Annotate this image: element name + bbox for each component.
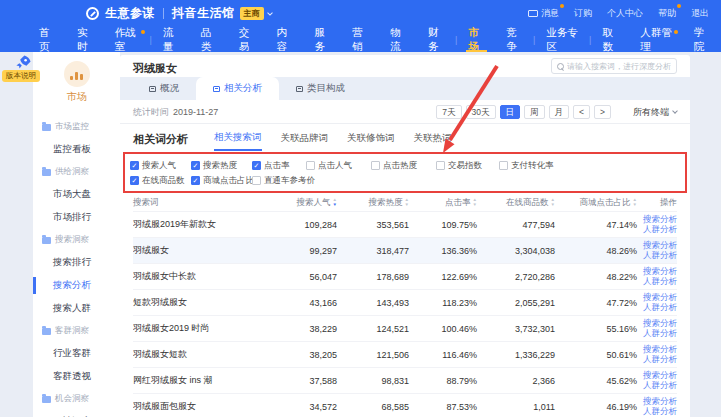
range-30d-button[interactable]: 30天	[466, 105, 496, 120]
col-header-online-products[interactable]: 在线商品数▲▼	[477, 197, 555, 209]
metric-click-heat[interactable]: 点击热度	[371, 160, 436, 172]
metric-search-popularity[interactable]: ✓搜索人气	[130, 160, 191, 172]
nav-item-marketing[interactable]: 营销	[341, 27, 379, 52]
range-week-button[interactable]: 周	[524, 105, 545, 120]
col-header-search-heat[interactable]: 搜索热度▲▼	[337, 197, 409, 209]
table-row[interactable]: 羽绒服女短款 38,205 121,506 116.46% 1,336,229 …	[133, 341, 677, 367]
version-note-badge[interactable]: 版本说明	[2, 70, 40, 82]
table-row[interactable]: 短款羽绒服女 43,166 143,493 118.23% 2,055,291 …	[133, 289, 677, 315]
tab-category-composition[interactable]: 类目构成	[279, 77, 362, 100]
checkbox-icon[interactable]	[436, 161, 445, 170]
col-header-click-rate[interactable]: 点击率▲▼	[409, 197, 477, 209]
audience-analysis-link[interactable]: 人群分析	[643, 381, 677, 391]
table-row[interactable]: 羽绒服女 99,297 318,477 136.36% 3,304,038 48…	[133, 237, 677, 263]
search-analysis-link[interactable]: 搜索分析	[643, 215, 677, 225]
range-day-button[interactable]: 日	[500, 105, 521, 120]
checkbox-icon[interactable]: ✓	[130, 161, 139, 170]
search-analysis-link[interactable]: 搜索分析	[643, 267, 677, 277]
nav-item-realtime[interactable]: 实时	[66, 27, 104, 52]
keyword-search-box[interactable]	[551, 58, 677, 74]
checkbox-icon[interactable]	[371, 161, 380, 170]
table-row[interactable]: 羽绒服2019年新款女 109,284 353,561 109.75% 477,…	[133, 211, 677, 237]
metric-transaction-index[interactable]: 交易指数	[436, 160, 499, 172]
nav-item-service[interactable]: 服务	[303, 27, 341, 52]
quick-link-logout[interactable]: 退出	[691, 7, 709, 20]
audience-analysis-link[interactable]: 人群分析	[643, 251, 677, 261]
nav-item-content[interactable]: 内容	[266, 27, 304, 52]
audience-analysis-link[interactable]: 人群分析	[643, 225, 677, 235]
sidebar-item-attribute-insight[interactable]: 属性洞察	[33, 410, 120, 417]
nav-item-audience-management[interactable]: 人群管理	[629, 27, 683, 52]
sidebar-item-customer-perspective[interactable]: 客群透视	[33, 365, 120, 388]
metric-click-rate[interactable]: ✓点击率	[252, 160, 306, 172]
nav-item-data-extract[interactable]: 取数	[591, 27, 629, 52]
shop-switch-chevron-icon[interactable]	[267, 10, 273, 16]
quick-link-help[interactable]: 帮助	[658, 7, 676, 20]
metric-ztc-reference-price[interactable]: 直通车参考价	[252, 175, 306, 187]
checkbox-icon[interactable]: ✓	[191, 161, 200, 170]
table-row[interactable]: 羽绒服面包服女 34,572 68,585 87.53% 1,011 46.19…	[133, 393, 677, 417]
search-analysis-link[interactable]: 搜索分析	[643, 241, 677, 251]
nav-item-business-zone[interactable]: 业务专区	[535, 27, 589, 52]
metric-online-products[interactable]: ✓在线商品数	[130, 175, 191, 187]
search-analysis-link[interactable]: 搜索分析	[643, 397, 677, 407]
nav-item-category[interactable]: 品类	[190, 27, 228, 52]
metric-mall-click-ratio[interactable]: ✓商城点击占比	[191, 175, 252, 187]
audience-analysis-link[interactable]: 人群分析	[643, 329, 677, 339]
next-page-button[interactable]: >	[594, 105, 611, 120]
audience-analysis-link[interactable]: 人群分析	[643, 407, 677, 417]
prev-page-button[interactable]: <	[573, 105, 590, 120]
checkbox-icon[interactable]	[499, 161, 508, 170]
col-header-search-popularity[interactable]: 搜索人气▲▼	[265, 197, 337, 209]
metric-click-popularity[interactable]: 点击人气	[306, 160, 371, 172]
sidebar-item-search-analysis[interactable]: 搜索分析	[33, 274, 120, 297]
checkbox-icon[interactable]: ✓	[191, 176, 200, 185]
nav-item-traffic[interactable]: 流量	[152, 27, 190, 52]
tab-overview[interactable]: 概况	[132, 77, 196, 100]
sidebar-item-search-ranking[interactable]: 搜索排行	[33, 251, 120, 274]
sidebar-item-monitor-board[interactable]: 监控看板	[33, 138, 120, 161]
search-analysis-link[interactable]: 搜索分析	[643, 371, 677, 381]
metric-payment-conversion[interactable]: 支付转化率	[499, 160, 685, 172]
quick-link-account[interactable]: 个人中心	[607, 7, 643, 20]
checkbox-icon[interactable]	[306, 161, 315, 170]
search-analysis-link[interactable]: 搜索分析	[643, 345, 677, 355]
col-header-mall-click-ratio[interactable]: 商城点击占比▲▼	[555, 197, 637, 209]
sidebar-item-industry-customers[interactable]: 行业客群	[33, 342, 120, 365]
nav-item-market[interactable]: 市场	[457, 27, 495, 52]
nav-item-competition[interactable]: 竞争	[495, 27, 533, 52]
subtab-related-search-words[interactable]: 相关搜索词	[214, 128, 262, 151]
sidebar-item-market-ranking[interactable]: 市场排行	[33, 206, 120, 229]
metric-search-heat[interactable]: ✓搜索热度	[191, 160, 252, 172]
table-row[interactable]: 网红羽绒服女 ins 潮 37,588 98,831 88.79% 2,366 …	[133, 367, 677, 393]
quick-link-subscribe[interactable]: 订购	[574, 7, 592, 20]
range-month-button[interactable]: 月	[549, 105, 570, 120]
nav-item-finance[interactable]: 财务	[417, 27, 455, 52]
search-input[interactable]	[567, 62, 671, 71]
nav-item-home[interactable]: 首页	[28, 27, 66, 52]
audience-analysis-link[interactable]: 人群分析	[643, 303, 677, 313]
nav-item-academy[interactable]: 学院	[683, 27, 721, 52]
quick-link-messages[interactable]: 消息	[528, 7, 559, 20]
subtab-modifier-words[interactable]: 关联修饰词	[347, 129, 395, 150]
nav-item-transaction[interactable]: 交易	[228, 27, 266, 52]
checkbox-icon[interactable]: ✓	[130, 176, 139, 185]
sidebar-item-search-audience[interactable]: 搜索人群	[33, 297, 120, 320]
tab-related-analysis[interactable]: 相关分析	[196, 77, 279, 100]
search-analysis-link[interactable]: 搜索分析	[643, 319, 677, 329]
audience-analysis-link[interactable]: 人群分析	[643, 355, 677, 365]
table-row[interactable]: 羽绒服女中长款 56,047 178,689 122.69% 2,720,286…	[133, 263, 677, 289]
audience-analysis-link[interactable]: 人群分析	[643, 277, 677, 287]
sidebar-item-market-overview[interactable]: 市场大盘	[33, 183, 120, 206]
stat-time-value: 2019-11-27	[173, 107, 218, 117]
nav-item-logistics[interactable]: 物流	[379, 27, 417, 52]
nav-item-war-room[interactable]: 作战室	[104, 27, 150, 52]
range-7d-button[interactable]: 7天	[436, 105, 461, 120]
checkbox-icon[interactable]	[252, 176, 261, 185]
search-analysis-link[interactable]: 搜索分析	[643, 293, 677, 303]
subtab-brand-words[interactable]: 关联品牌词	[281, 129, 329, 150]
terminal-selector[interactable]: 所有终端	[633, 106, 677, 119]
subtab-hot-words[interactable]: 关联热词	[414, 129, 452, 150]
table-row[interactable]: 羽绒服女2019 时尚 38,229 124,521 100.46% 3,732…	[133, 315, 677, 341]
checkbox-icon[interactable]: ✓	[252, 161, 261, 170]
